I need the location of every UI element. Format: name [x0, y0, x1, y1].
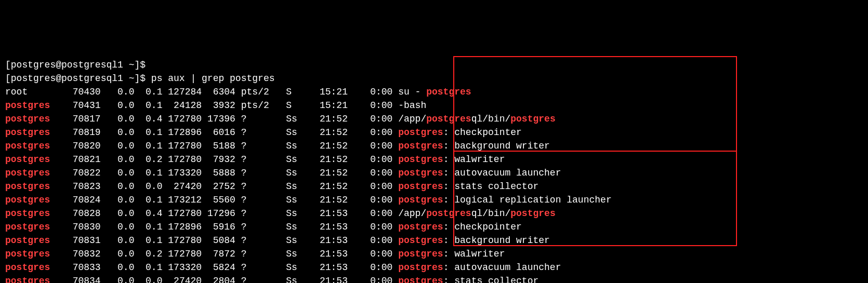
- col-tty: ?: [235, 168, 286, 178]
- col-mem: 0.1: [134, 195, 162, 205]
- col-rss: 5188: [202, 141, 235, 151]
- col-stat: Ss: [286, 222, 303, 232]
- col-tty: ?: [235, 154, 286, 165]
- col-command: postgres: autovacuum launcher: [398, 262, 561, 273]
- col-stat: Ss: [286, 262, 303, 273]
- col-rss: 17296: [202, 208, 235, 219]
- col-start: 21:52: [303, 114, 348, 124]
- grep-match: postgres: [510, 208, 555, 219]
- col-pid: 70819: [61, 127, 101, 138]
- col-cpu: 0.0: [101, 235, 135, 246]
- col-cpu: 0.0: [101, 195, 135, 205]
- col-rss: 5888: [202, 168, 235, 178]
- col-mem: 0.0: [134, 276, 162, 283]
- col-time: 0:00: [348, 100, 392, 111]
- col-pid: 70824: [61, 195, 101, 205]
- process-row: postgres 70832 0.0 0.2 172780 7872 ? Ss …: [5, 247, 863, 261]
- col-mem: 0.1: [134, 235, 162, 246]
- col-tty: ?: [235, 249, 286, 259]
- process-row: postgres 70833 0.0 0.1 173320 5824 ? Ss …: [5, 261, 863, 274]
- col-mem: 0.2: [134, 154, 162, 165]
- col-pid: 70830: [61, 222, 101, 232]
- process-row: postgres 70830 0.0 0.1 172896 5916 ? Ss …: [5, 220, 863, 234]
- process-row: postgres 70828 0.0 0.4 172780 17296 ? Ss…: [5, 207, 863, 220]
- col-tty: ?: [235, 141, 286, 151]
- col-vsz: 173320: [162, 262, 202, 273]
- col-vsz: 172780: [162, 208, 202, 219]
- col-user: postgres: [5, 100, 50, 111]
- grep-match: postgres: [426, 87, 471, 97]
- col-vsz: 173212: [162, 195, 202, 205]
- col-time: 0:00: [348, 181, 392, 192]
- col-start: 21:53: [303, 222, 348, 232]
- col-user: postgres: [5, 141, 50, 151]
- col-cpu: 0.0: [101, 127, 135, 138]
- col-rss: 7872: [202, 249, 235, 259]
- col-time: 0:00: [348, 127, 392, 138]
- col-vsz: 27420: [162, 181, 202, 192]
- col-time: 0:00: [348, 168, 392, 178]
- col-command: -bash: [398, 100, 426, 111]
- col-mem: 0.1: [134, 222, 162, 232]
- grep-match: postgres: [398, 276, 443, 283]
- col-time: 0:00: [348, 222, 392, 232]
- prompt-line[interactable]: [postgres@postgresql1 ~]$ ps aux | grep …: [5, 72, 863, 85]
- col-rss: 17396: [202, 114, 235, 124]
- col-tty: ?: [235, 127, 286, 138]
- col-tty: ?: [235, 262, 286, 273]
- col-stat: S: [286, 87, 303, 97]
- prompt-line[interactable]: [postgres@postgresql1 ~]$: [5, 58, 863, 72]
- terminal-output: [postgres@postgresql1 ~]$[postgres@postg…: [5, 58, 863, 283]
- col-time: 0:00: [348, 141, 392, 151]
- grep-match: postgres: [398, 235, 443, 246]
- col-vsz: 27420: [162, 276, 202, 283]
- col-stat: Ss: [286, 181, 303, 192]
- col-rss: 3932: [202, 100, 235, 111]
- col-start: 21:52: [303, 181, 348, 192]
- process-row: postgres 70831 0.0 0.1 172780 5084 ? Ss …: [5, 234, 863, 247]
- col-pid: 70831: [61, 235, 101, 246]
- col-stat: Ss: [286, 154, 303, 165]
- col-start: 21:53: [303, 235, 348, 246]
- col-command: postgres: checkpointer: [398, 127, 522, 138]
- col-tty: ?: [235, 114, 286, 124]
- col-user: postgres: [5, 181, 50, 192]
- col-start: 21:52: [303, 154, 348, 165]
- col-vsz: 172896: [162, 127, 202, 138]
- col-vsz: 172896: [162, 222, 202, 232]
- col-user: postgres: [5, 168, 50, 178]
- col-vsz: 127284: [162, 87, 202, 97]
- process-row: postgres 70824 0.0 0.1 173212 5560 ? Ss …: [5, 193, 863, 207]
- col-cpu: 0.0: [101, 181, 135, 192]
- col-command: postgres: checkpointer: [398, 222, 522, 232]
- grep-match: postgres: [426, 208, 471, 219]
- col-cpu: 0.0: [101, 141, 135, 151]
- grep-match: postgres: [398, 262, 443, 273]
- process-row: postgres 70817 0.0 0.4 172780 17396 ? Ss…: [5, 112, 863, 126]
- col-stat: Ss: [286, 127, 303, 138]
- col-vsz: 172780: [162, 154, 202, 165]
- col-mem: 0.1: [134, 262, 162, 273]
- col-pid: 70817: [61, 114, 101, 124]
- col-rss: 5084: [202, 235, 235, 246]
- grep-match: postgres: [398, 154, 443, 165]
- col-command: /app/postgresql/bin/postgres: [398, 114, 555, 124]
- col-pid: 70822: [61, 168, 101, 178]
- col-tty: ?: [235, 276, 286, 283]
- col-cpu: 0.0: [101, 222, 135, 232]
- col-cpu: 0.0: [101, 262, 135, 273]
- col-command: postgres: walwriter: [398, 154, 505, 165]
- col-command: postgres: stats collector: [398, 181, 538, 192]
- col-tty: ?: [235, 195, 286, 205]
- col-user: root: [5, 87, 28, 97]
- col-user: postgres: [5, 208, 50, 219]
- col-time: 0:00: [348, 114, 392, 124]
- col-mem: 0.4: [134, 208, 162, 219]
- col-tty: pts/2: [235, 100, 286, 111]
- col-cpu: 0.0: [101, 154, 135, 165]
- col-mem: 0.1: [134, 141, 162, 151]
- col-user: postgres: [5, 222, 50, 232]
- col-pid: 70820: [61, 141, 101, 151]
- col-vsz: 172780: [162, 249, 202, 259]
- process-row: postgres 70821 0.0 0.2 172780 7932 ? Ss …: [5, 153, 863, 166]
